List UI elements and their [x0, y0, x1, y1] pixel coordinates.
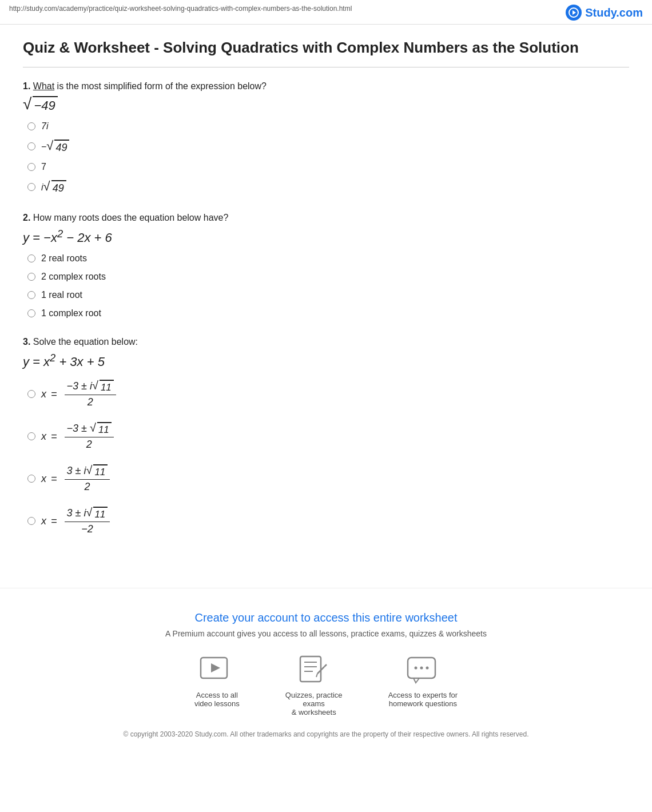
- cta-subtitle: A Premium account gives you access to al…: [11, 629, 641, 638]
- q3-radio-4[interactable]: [27, 517, 35, 525]
- q2-option-2[interactable]: 2 complex roots: [27, 272, 629, 282]
- q2-prompt: How many roots does the equation below h…: [33, 213, 229, 222]
- q1-number: 1.: [23, 81, 30, 91]
- frac-4-den: −2: [79, 522, 96, 535]
- svg-line-9: [324, 664, 327, 667]
- q3-prompt: Solve the equation below:: [33, 337, 138, 347]
- feature-quiz-icon-box: [297, 654, 331, 686]
- q1-option-4[interactable]: i √ 49: [27, 180, 629, 194]
- frac-3-den: 2: [82, 480, 92, 493]
- q1-radio-3[interactable]: [27, 163, 35, 171]
- q1-option-1-label: 7i: [41, 121, 48, 132]
- q3-number: 3.: [23, 337, 30, 347]
- title-divider: [23, 67, 629, 67]
- q1-expression: √ −49: [23, 96, 629, 113]
- url-display: http://study.com/academy/practice/quiz-w…: [9, 5, 352, 13]
- feature-video: Access to allvideo lessons: [194, 654, 240, 717]
- svg-marker-1: [573, 10, 576, 15]
- sqrt-neg49: √ −49: [23, 96, 58, 113]
- q3-option-3-label: x = 3 ± i√11 2: [41, 464, 110, 493]
- q2-option-4[interactable]: 1 complex root: [27, 308, 629, 319]
- q2-radio-4[interactable]: [27, 309, 35, 317]
- features-row: Access to allvideo lessons Quizzes, prac…: [11, 654, 641, 717]
- svg-point-14: [426, 667, 429, 670]
- q1-option-3-label: 7: [41, 162, 46, 172]
- radical-symbol: √: [23, 96, 31, 112]
- logo-dot-com: .com: [616, 6, 643, 19]
- svg-line-10: [316, 674, 317, 677]
- svg-point-13: [420, 667, 423, 670]
- feature-video-icon-box: [200, 654, 234, 686]
- question-3-label: 3. Solve the equation below:: [23, 337, 629, 347]
- q2-option-2-label: 2 complex roots: [41, 272, 106, 282]
- feature-experts: Access to experts forhomework questions: [388, 654, 458, 717]
- feature-experts-icon-box: [405, 654, 440, 686]
- frac-3: 3 ± i√11 2: [65, 464, 110, 493]
- q1-option-2[interactable]: − √ 49: [27, 140, 629, 154]
- sqrt49-wrap2: √ 49: [43, 180, 66, 194]
- q1-radio-2[interactable]: [27, 142, 35, 150]
- radical-content-2: 49: [54, 140, 69, 154]
- frac-2-num: −3 ± √11: [65, 422, 114, 437]
- frac-1-den: 2: [85, 395, 96, 408]
- study-logo-icon: [566, 5, 582, 21]
- frac-3-num: 3 ± i√11: [65, 464, 110, 480]
- q2-option-3-label: 1 real root: [41, 290, 82, 300]
- frac-1-num: −3 ± i√11: [65, 380, 116, 395]
- q2-radio-1[interactable]: [27, 254, 35, 262]
- feature-quiz-label: Quizzes, practice exams& worksheets: [274, 691, 354, 717]
- q1-option-3[interactable]: 7: [27, 162, 629, 172]
- q1-option-4-label: i √ 49: [41, 180, 66, 194]
- svg-point-12: [415, 667, 418, 670]
- question-3: 3. Solve the equation below: y = x2 + 3x…: [23, 337, 629, 535]
- q1-radio-4[interactable]: [27, 183, 35, 191]
- logo-study: Study: [585, 6, 616, 19]
- feature-quiz: Quizzes, practice exams& worksheets: [274, 654, 354, 717]
- radical-content: −49: [33, 96, 57, 113]
- frac-4-num: 3 ± i√11: [65, 507, 110, 522]
- q3-option-4-label: x = 3 ± i√11 −2: [41, 507, 110, 535]
- quiz-icon: [297, 655, 331, 685]
- q2-expression: y = −x2 − 2x + 6: [23, 228, 629, 245]
- q2-radio-3[interactable]: [27, 291, 35, 299]
- chat-icon: [405, 655, 440, 685]
- q1-underline: What: [33, 81, 54, 91]
- radical-symbol-2: √: [46, 140, 53, 152]
- q3-options: x = −3 ± i√11 2 x = −3 ± √11: [27, 380, 629, 535]
- q2-option-1-label: 2 real roots: [41, 253, 87, 264]
- q3-option-2-label: x = −3 ± √11 2: [41, 422, 114, 451]
- q1-radio-1[interactable]: [27, 122, 35, 130]
- radical-symbol-3: √: [43, 180, 50, 193]
- q3-option-4[interactable]: x = 3 ± i√11 −2: [27, 507, 629, 535]
- question-1-label: 1. What is the most simplified form of t…: [23, 81, 629, 91]
- frac-1: −3 ± i√11 2: [65, 380, 116, 408]
- logo-area: Study.com: [566, 5, 643, 21]
- q3-option-3[interactable]: x = 3 ± i√11 2: [27, 464, 629, 493]
- q1-prompt-rest: is the most simplified form of the expre…: [54, 81, 267, 91]
- q3-radio-1[interactable]: [27, 390, 35, 398]
- top-bar: http://study.com/academy/practice/quiz-w…: [0, 0, 652, 25]
- radical-content-3: 49: [51, 180, 66, 194]
- main-content: Quiz & Worksheet - Solving Quadratics wi…: [0, 25, 652, 576]
- video-icon: [200, 655, 234, 685]
- q3-option-2[interactable]: x = −3 ± √11 2: [27, 422, 629, 451]
- q2-option-4-label: 1 complex root: [41, 308, 101, 319]
- q3-expression: y = x2 + 3x + 5: [23, 352, 629, 369]
- q2-number: 2.: [23, 213, 30, 222]
- question-2-label: 2. How many roots does the equation belo…: [23, 213, 629, 223]
- svg-marker-3: [211, 663, 220, 672]
- q1-option-1[interactable]: 7i: [27, 121, 629, 132]
- q3-radio-3[interactable]: [27, 475, 35, 483]
- cta-title: Create your account to access this entir…: [11, 611, 641, 624]
- q3-option-1[interactable]: x = −3 ± i√11 2: [27, 380, 629, 408]
- q2-option-3[interactable]: 1 real root: [27, 290, 629, 300]
- q1-options: 7i − √ 49 7 i √ 4: [27, 121, 629, 194]
- q2-option-1[interactable]: 2 real roots: [27, 253, 629, 264]
- frac-2: −3 ± √11 2: [65, 422, 114, 451]
- feature-video-label: Access to allvideo lessons: [194, 691, 240, 708]
- q2-radio-2[interactable]: [27, 273, 35, 281]
- q3-radio-2[interactable]: [27, 432, 35, 440]
- cta-section: Create your account to access this entir…: [0, 588, 652, 750]
- feature-experts-label: Access to experts forhomework questions: [388, 691, 458, 708]
- q2-options: 2 real roots 2 complex roots 1 real root…: [27, 253, 629, 319]
